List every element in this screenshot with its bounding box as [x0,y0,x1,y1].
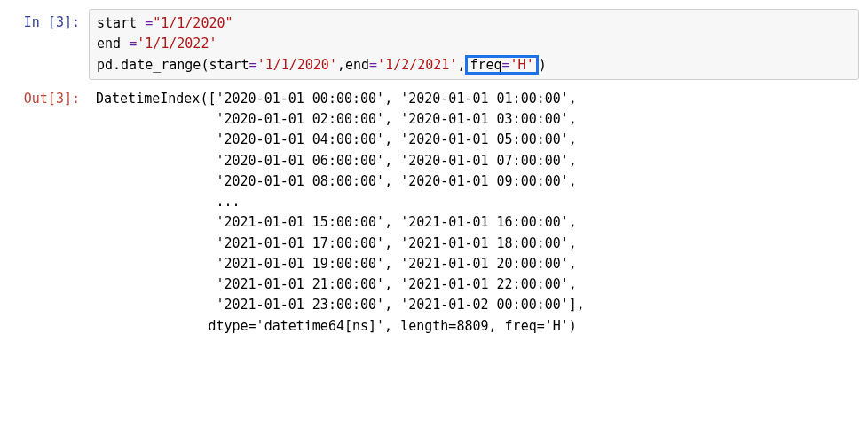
output-line: dtype='datetime64[ns]', length=8809, fre… [208,318,576,334]
output-prompt: Out[3]: [9,85,89,109]
output-line: '2020-01-01 07:00:00' [400,153,569,169]
output-cell: Out[3]: DatetimeIndex(['2020-01-01 00:00… [9,85,859,340]
output-line: '2021-01-01 19:00:00' [216,256,384,272]
code-token: , [457,57,465,73]
output-text: DatetimeIndex(['2020-01-01 00:00:00', '2… [89,85,859,340]
code-token: ) [539,57,547,73]
highlight-box: freq='H' [465,55,538,75]
input-prompt: In [3]: [9,9,89,33]
output-line: '2020-01-01 08:00:00' [216,173,384,189]
output-line: '2020-01-01 03:00:00' [400,111,569,127]
code-token: = [145,15,153,31]
output-line: '2021-01-01 22:00:00' [400,276,569,292]
output-line: '2020-01-01 09:00:00' [400,173,569,189]
output-line: '2021-01-01 17:00:00' [216,235,384,251]
code-token: end [97,36,129,52]
output-line: '2021-01-01 20:00:00' [400,256,569,272]
output-line: '2020-01-01 06:00:00' [216,153,384,169]
code-token: '1/2/2021' [377,57,457,73]
code-token: = [129,36,137,52]
output-line: '2021-01-01 16:00:00' [400,214,569,230]
code-token: pd.date_range(start [97,57,249,73]
output-line: '2020-01-01 04:00:00' [216,131,384,147]
output-line: '2021-01-02 00:00:00' [400,297,569,313]
output-line: '2021-01-01 21:00:00' [216,276,384,292]
code-token: "1/1/2020" [153,15,233,31]
code-input-area[interactable]: start ="1/1/2020" end ='1/1/2022' pd.dat… [89,9,859,80]
output-line: '2020-01-01 05:00:00' [400,131,569,147]
output-line: '2020-01-01 01:00:00' [400,91,569,107]
code-token: 'H' [510,57,534,73]
code-token: ,end [337,57,369,73]
input-cell: In [3]: start ="1/1/2020" end ='1/1/2022… [9,9,859,80]
code-token: '1/1/2020' [257,57,337,73]
code-token: start [97,15,145,31]
code-token: freq [470,57,501,73]
code-token: '1/1/2022' [137,36,217,52]
output-line: '2020-01-01 00:00:00' [216,91,384,107]
output-line: DatetimeIndex([ [96,91,216,107]
output-line: '2020-01-01 02:00:00' [216,111,384,127]
output-line: '2021-01-01 23:00:00' [216,297,384,313]
notebook: In [3]: start ="1/1/2020" end ='1/1/2022… [0,0,868,354]
output-line: ... [216,194,240,210]
code-token: = [249,57,257,73]
output-line: '2021-01-01 15:00:00' [216,214,384,230]
code-token: = [369,57,377,73]
output-line: '2021-01-01 18:00:00' [400,235,569,251]
code-token: = [502,57,510,73]
